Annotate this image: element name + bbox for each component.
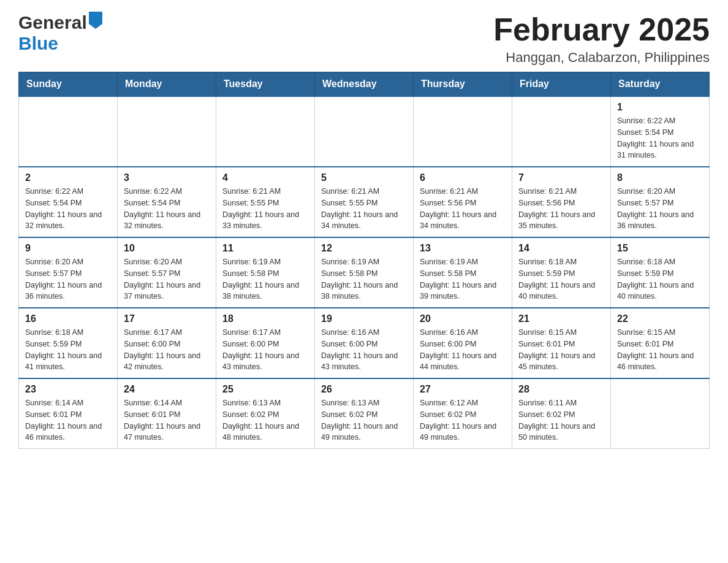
day-number: 13: [420, 243, 506, 254]
logo: General Blue: [18, 12, 102, 54]
table-row: 27Sunrise: 6:12 AMSunset: 6:02 PMDayligh…: [414, 378, 512, 449]
sunrise-text: Sunrise: 6:22 AM: [25, 187, 83, 196]
sunrise-text: Sunrise: 6:14 AM: [124, 399, 182, 407]
sunrise-text: Sunrise: 6:21 AM: [321, 187, 379, 196]
daylight-text: Daylight: 11 hours and 50 minutes.: [518, 422, 595, 442]
day-number: 2: [25, 172, 111, 183]
daylight-text: Daylight: 11 hours and 31 minutes.: [617, 140, 694, 160]
header-friday: Friday: [512, 72, 611, 97]
daylight-text: Daylight: 11 hours and 49 minutes.: [420, 422, 496, 442]
header-thursday: Thursday: [414, 72, 512, 97]
sunset-text: Sunset: 5:54 PM: [124, 199, 180, 207]
table-row: [512, 96, 611, 167]
table-row: 25Sunrise: 6:13 AMSunset: 6:02 PMDayligh…: [216, 378, 315, 449]
header-tuesday: Tuesday: [216, 72, 315, 97]
table-row: 26Sunrise: 6:13 AMSunset: 6:02 PMDayligh…: [315, 378, 414, 449]
logo-general-text: General: [18, 12, 87, 33]
daylight-text: Daylight: 11 hours and 35 minutes.: [518, 210, 595, 231]
day-info: Sunrise: 6:17 AMSunset: 6:00 PMDaylight:…: [124, 327, 210, 373]
sunset-text: Sunset: 5:54 PM: [25, 199, 82, 207]
day-number: 7: [518, 172, 604, 183]
daylight-text: Daylight: 11 hours and 34 minutes.: [420, 210, 496, 231]
day-info: Sunrise: 6:22 AMSunset: 5:54 PMDaylight:…: [617, 115, 703, 161]
calendar-table: Sunday Monday Tuesday Wednesday Thursday…: [18, 72, 710, 449]
day-info: Sunrise: 6:16 AMSunset: 6:00 PMDaylight:…: [420, 327, 506, 373]
sunset-text: Sunset: 6:00 PM: [321, 340, 377, 348]
header-saturday: Saturday: [611, 72, 710, 97]
sunrise-text: Sunrise: 6:14 AM: [25, 399, 83, 407]
calendar-week-row: 2Sunrise: 6:22 AMSunset: 5:54 PMDaylight…: [19, 167, 710, 237]
daylight-text: Daylight: 11 hours and 37 minutes.: [124, 281, 200, 301]
table-row: 24Sunrise: 6:14 AMSunset: 6:01 PMDayligh…: [118, 378, 216, 449]
day-number: 22: [617, 313, 703, 324]
day-info: Sunrise: 6:12 AMSunset: 6:02 PMDaylight:…: [420, 397, 506, 443]
daylight-text: Daylight: 11 hours and 40 minutes.: [617, 281, 694, 301]
day-number: 10: [124, 243, 210, 254]
sunset-text: Sunset: 5:54 PM: [617, 128, 673, 137]
weekday-header-row: Sunday Monday Tuesday Wednesday Thursday…: [19, 72, 710, 97]
day-number: 14: [518, 243, 604, 254]
day-number: 4: [222, 172, 308, 183]
sunrise-text: Sunrise: 6:15 AM: [617, 328, 675, 337]
svg-marker-0: [89, 12, 102, 29]
calendar-week-row: 1Sunrise: 6:22 AMSunset: 5:54 PMDaylight…: [19, 96, 710, 167]
day-number: 20: [420, 313, 506, 324]
table-row: 19Sunrise: 6:16 AMSunset: 6:00 PMDayligh…: [315, 308, 414, 378]
sunrise-text: Sunrise: 6:12 AM: [420, 399, 478, 407]
day-info: Sunrise: 6:19 AMSunset: 5:58 PMDaylight:…: [222, 256, 308, 302]
month-title: February 2025: [493, 12, 710, 47]
day-info: Sunrise: 6:21 AMSunset: 5:56 PMDaylight:…: [420, 186, 506, 232]
table-row: 3Sunrise: 6:22 AMSunset: 5:54 PMDaylight…: [118, 167, 216, 237]
table-row: 18Sunrise: 6:17 AMSunset: 6:00 PMDayligh…: [216, 308, 315, 378]
day-info: Sunrise: 6:11 AMSunset: 6:02 PMDaylight:…: [518, 397, 604, 443]
table-row: 23Sunrise: 6:14 AMSunset: 6:01 PMDayligh…: [19, 378, 118, 449]
day-info: Sunrise: 6:17 AMSunset: 6:00 PMDaylight:…: [222, 327, 308, 373]
sunset-text: Sunset: 5:55 PM: [321, 199, 377, 207]
sunrise-text: Sunrise: 6:19 AM: [222, 258, 281, 266]
day-info: Sunrise: 6:14 AMSunset: 6:01 PMDaylight:…: [25, 397, 111, 443]
sunset-text: Sunset: 5:59 PM: [25, 340, 82, 348]
daylight-text: Daylight: 11 hours and 46 minutes.: [617, 351, 694, 372]
sunset-text: Sunset: 5:59 PM: [617, 269, 673, 278]
table-row: 7Sunrise: 6:21 AMSunset: 5:56 PMDaylight…: [512, 167, 611, 237]
daylight-text: Daylight: 11 hours and 46 minutes.: [25, 422, 102, 442]
daylight-text: Daylight: 11 hours and 39 minutes.: [420, 281, 496, 301]
sunset-text: Sunset: 5:58 PM: [222, 269, 279, 278]
sunrise-text: Sunrise: 6:21 AM: [420, 187, 478, 196]
sunrise-text: Sunrise: 6:21 AM: [518, 187, 577, 196]
table-row: 14Sunrise: 6:18 AMSunset: 5:59 PMDayligh…: [512, 237, 611, 308]
day-info: Sunrise: 6:21 AMSunset: 5:55 PMDaylight:…: [321, 186, 407, 232]
table-row: [118, 96, 216, 167]
daylight-text: Daylight: 11 hours and 45 minutes.: [518, 351, 595, 372]
day-number: 28: [518, 384, 604, 395]
daylight-text: Daylight: 11 hours and 40 minutes.: [518, 281, 595, 301]
logo-blue-text: Blue: [18, 33, 58, 53]
daylight-text: Daylight: 11 hours and 38 minutes.: [222, 281, 299, 301]
header-monday: Monday: [118, 72, 216, 97]
day-number: 17: [124, 313, 210, 324]
day-number: 25: [222, 384, 308, 395]
table-row: 15Sunrise: 6:18 AMSunset: 5:59 PMDayligh…: [611, 237, 710, 308]
sunset-text: Sunset: 6:02 PM: [518, 410, 575, 419]
sunrise-text: Sunrise: 6:13 AM: [222, 399, 281, 407]
day-number: 19: [321, 313, 407, 324]
sunset-text: Sunset: 5:57 PM: [124, 269, 180, 278]
day-number: 11: [222, 243, 308, 254]
day-info: Sunrise: 6:19 AMSunset: 5:58 PMDaylight:…: [321, 256, 407, 302]
sunrise-text: Sunrise: 6:16 AM: [321, 328, 379, 337]
sunrise-text: Sunrise: 6:13 AM: [321, 399, 379, 407]
table-row: [315, 96, 414, 167]
sunrise-text: Sunrise: 6:16 AM: [420, 328, 478, 337]
day-info: Sunrise: 6:20 AMSunset: 5:57 PMDaylight:…: [617, 186, 703, 232]
sunset-text: Sunset: 6:01 PM: [518, 340, 575, 348]
sunrise-text: Sunrise: 6:20 AM: [617, 187, 675, 196]
day-number: 12: [321, 243, 407, 254]
sunset-text: Sunset: 5:56 PM: [518, 199, 575, 207]
calendar-week-row: 23Sunrise: 6:14 AMSunset: 6:01 PMDayligh…: [19, 378, 710, 449]
table-row: 8Sunrise: 6:20 AMSunset: 5:57 PMDaylight…: [611, 167, 710, 237]
table-row: 10Sunrise: 6:20 AMSunset: 5:57 PMDayligh…: [118, 237, 216, 308]
daylight-text: Daylight: 11 hours and 44 minutes.: [420, 351, 496, 372]
daylight-text: Daylight: 11 hours and 38 minutes.: [321, 281, 398, 301]
table-row: 22Sunrise: 6:15 AMSunset: 6:01 PMDayligh…: [611, 308, 710, 378]
table-row: 21Sunrise: 6:15 AMSunset: 6:01 PMDayligh…: [512, 308, 611, 378]
